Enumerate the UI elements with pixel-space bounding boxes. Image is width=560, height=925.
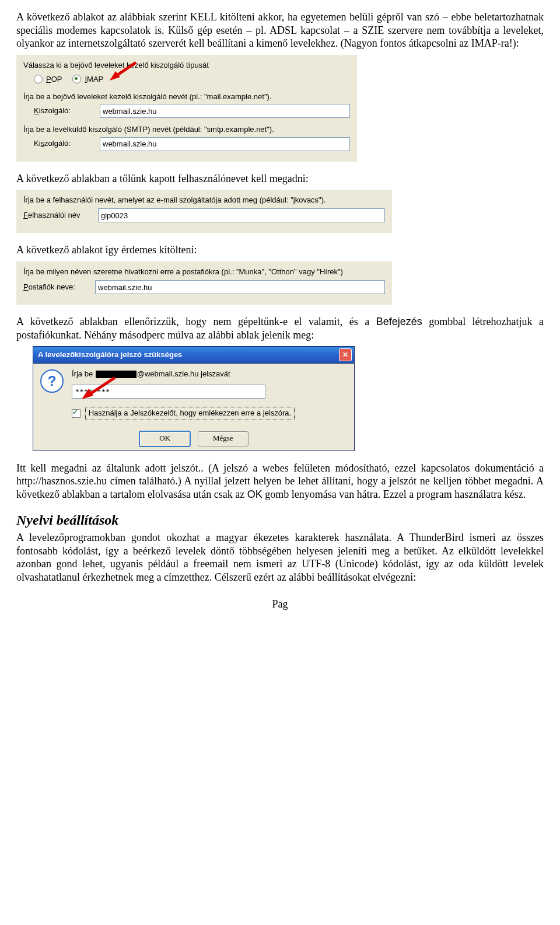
redacted-username (96, 371, 136, 378)
smtp-server-input[interactable] (100, 137, 350, 151)
ok-keyword: OK (247, 488, 262, 500)
pop-label: OP (51, 75, 62, 83)
para5b: gomb lenyomása van hátra. Ezzel a progra… (262, 488, 526, 500)
server2-label-post: zolgáló: (44, 139, 71, 148)
server1-label: iszolgáló: (39, 106, 71, 115)
username-hotkey: F (23, 211, 28, 219)
befejezes-keyword: Befejezés (376, 316, 422, 327)
smtp-server-hint: Írja be a levélküldő kiszolgáló (SMTP) n… (23, 125, 350, 134)
wizard-panel-mailbox-name: Írja be milyen néven szeretne hivatkozni… (16, 261, 392, 305)
radio-imap-wrap[interactable]: IMAP (72, 75, 103, 84)
panel2-hint: Írja be a felhasználói nevét, amelyet az… (23, 196, 385, 205)
paragraph-2: A következő ablakban a tőlünk kapott fel… (16, 172, 544, 186)
paragraph-3: A következő ablakot így érdemes kitölten… (16, 243, 544, 257)
wizard-panel-server-type: Válassza ki a bejövő leveleket kezelő ki… (16, 55, 357, 162)
heading-language-settings: Nyelvi beállítások (16, 511, 544, 529)
imap-label: MAP (87, 75, 103, 83)
remember-password-label: Használja a Jelszókezelőt, hogy emlékezz… (85, 407, 295, 420)
server1-hotkey: K (34, 106, 39, 115)
paragraph-4: A következő ablakban ellenőrizzük, hogy … (16, 315, 544, 341)
prompt-post: @webmail.szie.hu jelszavát (137, 369, 230, 378)
prompt-pre: Írja be (72, 369, 95, 378)
pop-hotkey: P (46, 75, 51, 83)
incoming-server-input[interactable] (100, 104, 350, 118)
mailbox-label: ostafiók neve: (29, 282, 75, 291)
incoming-server-hint: Írja be a bejövő leveleket kezelő kiszol… (23, 92, 350, 102)
remember-password-checkbox[interactable] (72, 409, 80, 418)
password-prompt: Írja be @webmail.szie.hu jelszavát (72, 369, 347, 379)
username-input[interactable] (98, 208, 385, 222)
dialog-title: A levelezőkiszolgálóra jelszó szükséges (38, 350, 182, 359)
ok-button[interactable]: OK (139, 431, 191, 447)
dialog-titlebar: A levelezőkiszolgálóra jelszó szükséges … (33, 347, 354, 364)
radio-imap[interactable] (72, 75, 81, 83)
radio-pop[interactable] (34, 75, 43, 83)
password-input[interactable] (72, 385, 265, 399)
password-dialog: A levelezőkiszolgálóra jelszó szükséges … (33, 346, 355, 451)
paragraph-1: A következő ablakot az alábbiak szerint … (16, 11, 544, 50)
paragraph-6: A levelezőprogramokban gondot okozhat a … (16, 531, 544, 584)
server2-label-pre: Ki (34, 139, 41, 148)
para4a: A következő ablakban ellenőrizzük, hogy … (16, 316, 376, 327)
mailbox-hotkey: P (23, 282, 29, 291)
page-marker: Pag (16, 598, 544, 611)
question-icon: ? (40, 369, 64, 393)
wizard-panel-username: Írja be a felhasználói nevét, amelyet az… (16, 190, 392, 233)
username-label: elhasználói név (28, 211, 80, 219)
mailbox-name-input[interactable] (95, 280, 385, 294)
paragraph-5: Itt kell megadni az általunk adott jelsz… (16, 462, 544, 501)
panel3-hint: Írja be milyen néven szeretne hivatkozni… (23, 267, 385, 277)
close-icon[interactable]: ✕ (339, 348, 352, 361)
cancel-button[interactable]: Mégse (198, 431, 249, 446)
panel1-heading: Válassza ki a bejövő leveleket kezelő ki… (23, 61, 350, 70)
radio-pop-wrap[interactable]: POP (34, 75, 62, 84)
